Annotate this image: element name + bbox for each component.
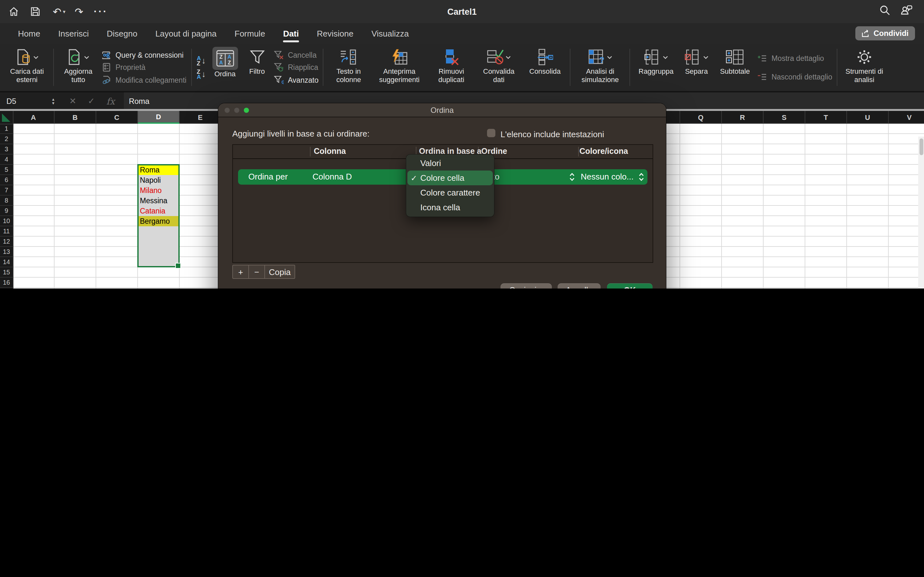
dialog-title-bar[interactable]: Ordina bbox=[218, 103, 666, 117]
row-header-1[interactable]: 1 bbox=[0, 124, 13, 134]
chevron-down-icon bbox=[506, 55, 511, 59]
tab-home[interactable]: Home bbox=[9, 23, 49, 44]
clear-filter-icon bbox=[273, 50, 284, 59]
menu-item-colore-carattere[interactable]: Colore carattere bbox=[407, 185, 493, 200]
header-colore-icona: Colore/icona bbox=[580, 147, 628, 156]
sort-za-button[interactable]: ZA↓ bbox=[197, 69, 206, 79]
tab-dati[interactable]: Dati bbox=[274, 23, 308, 44]
row-header-8[interactable]: 8 bbox=[0, 195, 13, 206]
row-header-4[interactable]: 4 bbox=[0, 155, 13, 165]
column-header-R[interactable]: R bbox=[722, 111, 764, 124]
row-header-12[interactable]: 12 bbox=[0, 237, 13, 247]
minimize-window-icon bbox=[234, 108, 239, 113]
row-header-3[interactable]: 3 bbox=[0, 144, 13, 155]
feedback-person-icon[interactable] bbox=[900, 5, 913, 18]
aggiorna-tutto-button[interactable]: Aggiorna tutto bbox=[57, 45, 99, 89]
column-header-V[interactable]: V bbox=[889, 111, 924, 124]
level-add-remove-copy-control: + − Copia bbox=[232, 265, 295, 279]
headers-checkbox[interactable] bbox=[487, 129, 495, 137]
scrollbar-thumb[interactable] bbox=[919, 139, 923, 155]
column-header-D[interactable]: D bbox=[138, 111, 180, 124]
filtro-button[interactable]: Filtro bbox=[242, 45, 272, 89]
options-button[interactable]: Opzioni... bbox=[501, 284, 552, 288]
tab-inserisci[interactable]: Inserisci bbox=[49, 23, 97, 44]
subtotale-button[interactable]: Subtotale bbox=[714, 45, 756, 89]
zoom-window-icon[interactable] bbox=[244, 108, 249, 113]
name-box[interactable]: D5 bbox=[0, 97, 46, 105]
row-header-6[interactable]: 6 bbox=[0, 175, 13, 185]
row-header-11[interactable]: 11 bbox=[0, 226, 13, 237]
search-icon[interactable] bbox=[880, 5, 890, 18]
fill-handle[interactable] bbox=[175, 263, 181, 269]
convalida-dati-button[interactable]: Convalida dati bbox=[475, 45, 523, 89]
column-header-B[interactable]: B bbox=[55, 111, 96, 124]
separa-button[interactable]: Separa bbox=[678, 45, 714, 89]
analisi-di-simulazione-button[interactable]: ? Analisi di simulazione bbox=[574, 45, 627, 89]
query-connections-icon bbox=[101, 50, 111, 59]
level-column-popup[interactable]: Colonna D bbox=[312, 172, 352, 181]
tab-formule[interactable]: Formule bbox=[226, 23, 274, 44]
more-toolbar-icon[interactable]: ··· bbox=[92, 5, 109, 19]
share-button[interactable]: Condividi bbox=[856, 26, 915, 40]
menu-item-valori[interactable]: Valori bbox=[407, 156, 493, 171]
row-header-15[interactable]: 15 bbox=[0, 268, 13, 277]
row-header-10[interactable]: 10 bbox=[0, 216, 13, 226]
svg-text:A: A bbox=[219, 60, 223, 65]
nascondi-dettaglio-button: Nascondi dettaglio bbox=[757, 71, 832, 83]
row-header-7[interactable]: 7 bbox=[0, 185, 13, 195]
color-stepper-icon[interactable] bbox=[638, 172, 644, 183]
redo-icon[interactable]: ↷ bbox=[71, 5, 87, 19]
query-connessioni-button[interactable]: Query & connessioni bbox=[101, 49, 186, 61]
column-header-S[interactable]: S bbox=[764, 111, 805, 124]
checkmark-icon: ✓ bbox=[407, 173, 420, 182]
menu-item-colore-cella[interactable]: ✓Colore cella bbox=[407, 171, 493, 185]
tab-visualizza[interactable]: Visualizza bbox=[363, 23, 418, 44]
row-header-2[interactable]: 2 bbox=[0, 134, 13, 144]
consolida-button[interactable]: Consolida bbox=[523, 45, 567, 89]
column-header-U[interactable]: U bbox=[847, 111, 889, 124]
ordina-button[interactable]: ZAAZ Ordina bbox=[208, 45, 242, 89]
column-header-E[interactable]: E bbox=[180, 111, 221, 124]
cancel-button[interactable]: Annulla bbox=[557, 284, 601, 288]
select-all-triangle-icon bbox=[2, 113, 10, 122]
group-queries: Aggiorna tutto Query & connessioni Propr… bbox=[56, 44, 189, 91]
carica-dati-esterni-button[interactable]: Carica dati esterni bbox=[4, 45, 50, 89]
remove-level-button[interactable]: − bbox=[249, 266, 265, 278]
group-icon bbox=[644, 49, 661, 65]
row-header-13[interactable]: 13 bbox=[0, 247, 13, 257]
anteprima-suggerimenti-button[interactable]: Anteprima suggerimenti bbox=[371, 45, 428, 89]
sort-az-button[interactable]: AZ↓ bbox=[197, 55, 206, 66]
name-box-spinner[interactable]: ▲▼ bbox=[51, 97, 55, 105]
vertical-scrollbar[interactable] bbox=[918, 137, 924, 288]
testo-in-colonne-button[interactable]: Testo in colonne bbox=[327, 45, 371, 89]
group-data-tools: Testo in colonne Anteprima suggerimenti … bbox=[326, 44, 568, 91]
row-header-5[interactable]: 5 bbox=[0, 165, 13, 175]
strumenti-di-analisi-button[interactable]: Strumenti di analisi bbox=[841, 45, 888, 89]
tab-disegno[interactable]: Disegno bbox=[98, 23, 146, 44]
copy-level-button[interactable]: Copia bbox=[265, 266, 294, 278]
column-header-T[interactable]: T bbox=[805, 111, 847, 124]
rimuovi-duplicati-button[interactable]: Rimuovi duplicati bbox=[428, 45, 475, 89]
tab-layout-di-pagina[interactable]: Layout di pagina bbox=[146, 23, 226, 44]
undo-chevron-icon[interactable]: ▾ bbox=[63, 9, 65, 15]
order-stepper-icon[interactable] bbox=[569, 172, 575, 183]
ok-button[interactable]: OK bbox=[607, 284, 653, 288]
select-all-corner[interactable] bbox=[0, 111, 13, 124]
row-header-9[interactable]: 9 bbox=[0, 206, 13, 216]
column-header-A[interactable]: A bbox=[13, 111, 55, 124]
column-header-C[interactable]: C bbox=[96, 111, 138, 124]
row-header-16[interactable]: 16 bbox=[0, 277, 13, 288]
home-icon[interactable] bbox=[5, 5, 22, 19]
arrow-down-icon: ↓ bbox=[202, 58, 206, 63]
insert-function-icon[interactable]: fx bbox=[107, 96, 115, 106]
add-level-button[interactable]: + bbox=[233, 266, 249, 278]
row-header-14[interactable]: 14 bbox=[0, 257, 13, 268]
tab-revisione[interactable]: Revisione bbox=[308, 23, 363, 44]
raggruppa-button[interactable]: Raggruppa bbox=[634, 45, 678, 89]
row-header-17[interactable]: 17 bbox=[0, 288, 13, 288]
level-color-popup[interactable]: Nessun colo... bbox=[581, 172, 634, 181]
avanzato-button[interactable]: ⚙ Avanzato bbox=[273, 74, 318, 86]
save-icon[interactable] bbox=[27, 5, 44, 19]
menu-item-icona-cella[interactable]: Icona cella bbox=[407, 200, 493, 215]
column-header-Q[interactable]: Q bbox=[680, 111, 722, 124]
